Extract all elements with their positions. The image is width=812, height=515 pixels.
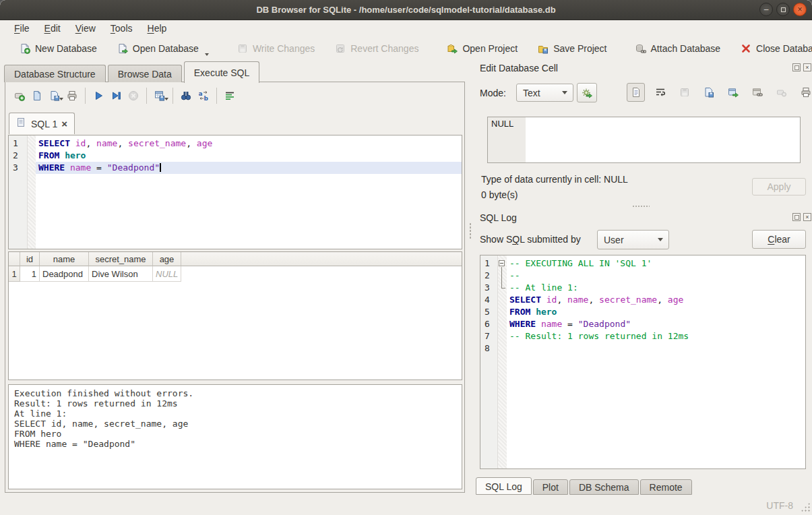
row-header[interactable]: 1 (9, 266, 20, 282)
resize-grip[interactable] (801, 502, 810, 512)
toolbar-button-label: New Database (35, 43, 97, 54)
mode-select[interactable]: Text (516, 84, 573, 102)
sql-document-icon (16, 117, 27, 128)
print-button[interactable] (63, 87, 81, 104)
open-sql-file-button[interactable] (28, 87, 46, 104)
code-line[interactable]: 7-- Result: 1 rows returned in 12ms (480, 330, 805, 342)
apply-mode-gear-button[interactable] (577, 83, 597, 102)
code-line[interactable]: 3-- At line 1: (480, 282, 805, 294)
table-corner-header[interactable] (9, 252, 20, 266)
save-cell-button[interactable] (675, 83, 693, 102)
column-header-name[interactable]: name (40, 252, 89, 266)
sql-document-tab[interactable]: SQL 1 × (9, 113, 75, 134)
menu-item-edit[interactable]: Edit (37, 20, 68, 36)
execution-message[interactable]: Execution finished without errors. Resul… (8, 384, 462, 489)
format-sql-button[interactable] (221, 87, 239, 104)
close-icon[interactable]: × (793, 3, 807, 16)
code-text: -- Result: 1 rows returned in 12ms (507, 330, 805, 342)
code-line[interactable]: 1SELECT id, name, secret_name, age (9, 138, 462, 150)
code-line[interactable]: 4SELECT id, name, secret_name, age (480, 294, 805, 306)
import-cell-button[interactable] (699, 83, 718, 102)
save-project-button[interactable]: Save Project (531, 38, 613, 59)
code-line[interactable]: 3WHERE name = "Deadpond" (9, 162, 462, 174)
execute-all-icon (93, 90, 104, 101)
code-line[interactable]: 8 (480, 342, 805, 355)
toolbar-separator (173, 88, 173, 104)
format-sql-icon (224, 90, 235, 101)
stop-button[interactable] (125, 87, 142, 104)
attach-database-button[interactable]: Attach Database (629, 38, 728, 59)
text-mode-button[interactable] (627, 83, 645, 102)
sql-editor[interactable]: 1SELECT id, name, secret_name, age2FROM … (8, 135, 462, 249)
close-tab-icon[interactable]: × (61, 119, 67, 129)
fold-margin-cell (498, 294, 507, 306)
sql-tab-label: SQL 1 (31, 119, 57, 129)
maximize-icon[interactable] (776, 3, 790, 16)
float-dock-icon[interactable] (792, 213, 801, 221)
table-cell[interactable]: NULL (153, 266, 181, 282)
close-database-button[interactable]: Close Database (734, 38, 812, 59)
write-changes-button[interactable]: Write Changes (230, 38, 321, 59)
set-null-button[interactable] (772, 83, 790, 102)
code-line[interactable]: 2FROM hero (9, 150, 462, 162)
code-line[interactable]: 6WHERE name = "Deadpond" (480, 318, 805, 330)
word-wrap-button[interactable] (651, 83, 669, 102)
chevron-down-icon[interactable] (164, 98, 168, 100)
encoding-indicator[interactable]: UTF-8 (766, 500, 793, 511)
replace-button[interactable]: ab (195, 87, 212, 104)
table-cell[interactable]: Dive Wilson (89, 266, 153, 282)
dock-splitter-handle[interactable] (632, 205, 650, 208)
sql-log-editor[interactable]: 1-- EXECUTING ALL IN 'SQL 1'2--3-- At li… (480, 255, 806, 469)
tab-database-structure[interactable]: Database Structure (4, 65, 106, 82)
open-external-button[interactable] (748, 83, 766, 102)
find-button[interactable] (177, 87, 195, 104)
open-database-button[interactable]: Open Database (111, 38, 216, 59)
fold-marker-icon[interactable] (498, 258, 507, 270)
save-sql-file-button[interactable] (46, 87, 63, 104)
sql-document-icon (16, 117, 27, 130)
save-results-button[interactable] (151, 87, 168, 104)
minimize-icon[interactable]: – (759, 3, 773, 16)
menu-item-tools[interactable]: Tools (103, 20, 140, 36)
table-cell[interactable]: 1 (20, 266, 40, 282)
log-filter-select[interactable]: User (597, 230, 669, 249)
print-cell-button[interactable] (797, 83, 812, 102)
code-line[interactable]: 1-- EXECUTING ALL IN 'SQL 1' (480, 258, 805, 270)
new-sql-tab-button[interactable] (11, 87, 28, 104)
chevron-down-icon[interactable] (205, 53, 209, 56)
tab-browse-data[interactable]: Browse Data (108, 65, 182, 82)
cell-editor[interactable]: NULL (487, 117, 801, 163)
column-header-id[interactable]: id (20, 252, 40, 266)
new-database-button[interactable]: New Database (13, 38, 104, 59)
tab-execute-sql[interactable]: Execute SQL (184, 61, 260, 83)
fold-marker-icon (498, 282, 507, 294)
pane-splitter-handle[interactable] (469, 222, 472, 240)
execute-line-button[interactable] (107, 87, 125, 104)
close-dock-icon[interactable]: × (803, 213, 811, 221)
menu-item-help[interactable]: Help (140, 20, 175, 36)
menu-item-file[interactable]: File (7, 20, 37, 36)
float-dock-icon[interactable] (792, 63, 801, 71)
table-cell[interactable]: Deadpond (40, 266, 89, 282)
fold-margin-cell (28, 162, 36, 174)
close-dock-icon[interactable]: × (803, 63, 811, 71)
open-database-icon (117, 43, 128, 54)
open-project-button[interactable]: Open Project (440, 38, 524, 59)
menu-item-view[interactable]: View (68, 20, 103, 36)
attach-database-icon (635, 43, 646, 54)
execute-all-button[interactable] (90, 87, 107, 104)
code-line[interactable]: 2-- (480, 270, 805, 282)
apply-button[interactable]: Apply (752, 178, 806, 195)
window-title: DB Browser for SQLite - /home/user/code/… (256, 5, 555, 15)
column-header-secret_name[interactable]: secret_name (89, 252, 153, 266)
revert-changes-button[interactable]: Revert Changes (328, 38, 425, 59)
titlebar[interactable]: DB Browser for SQLite - /home/user/code/… (0, 0, 812, 20)
code-text: SELECT id, name, secret_name, age (507, 294, 805, 306)
sql-log-dock-buttons: × (792, 213, 811, 221)
line-number: 4 (480, 294, 498, 306)
clear-log-button[interactable]: Clear (752, 230, 806, 249)
export-cell-button[interactable] (724, 83, 742, 102)
column-header-age[interactable]: age (153, 252, 181, 266)
code-text: FROM hero (36, 150, 462, 162)
code-line[interactable]: 5FROM hero (480, 306, 805, 318)
